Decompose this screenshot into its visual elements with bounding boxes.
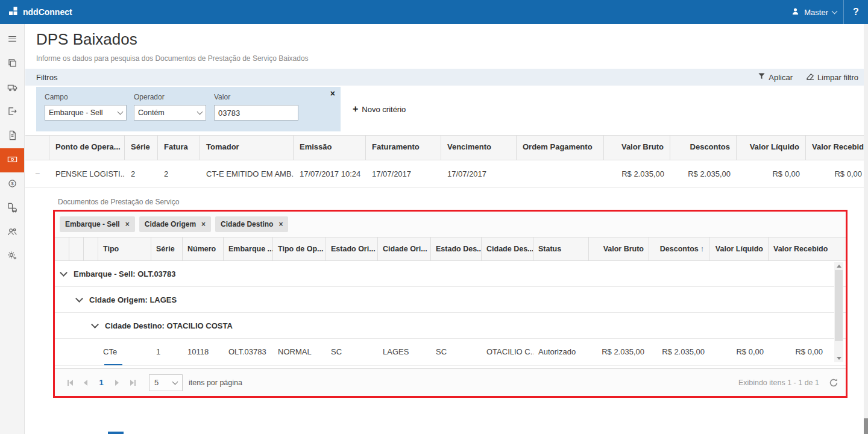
outer-pager-current-page-peek[interactable]	[108, 432, 124, 434]
remove-criterion-icon[interactable]: ×	[330, 89, 335, 98]
first-page-icon	[68, 380, 69, 386]
export-icon	[7, 105, 18, 119]
column-header[interactable]: Série	[151, 237, 183, 260]
next-page-button[interactable]	[109, 375, 125, 391]
refresh-button[interactable]	[829, 378, 838, 388]
sidebar-item-export[interactable]	[0, 100, 24, 124]
first-page-button[interactable]	[62, 375, 78, 391]
column-header[interactable]: Tipo de Op...	[273, 237, 326, 260]
apply-filter-button[interactable]: Aplicar	[758, 72, 793, 82]
group-row[interactable]: Cidade Origem: LAGES	[55, 287, 846, 313]
clear-filter-button[interactable]: Limpar filtro	[806, 72, 858, 82]
page-scrollbar-thumb[interactable]	[864, 418, 868, 434]
column-header[interactable]: Cidade Ori...	[378, 237, 431, 260]
column-header[interactable]: Vencimento	[441, 136, 517, 160]
collapse-row-icon[interactable]: −	[25, 160, 49, 187]
scrollbar-thumb[interactable]	[835, 270, 843, 341]
active-cell-indicator	[104, 364, 122, 365]
page-size-select[interactable]: 5	[149, 374, 183, 391]
column-header[interactable]: Valor Recebido	[769, 237, 828, 260]
cell-valor-liquido: R$ 0,00	[709, 339, 769, 365]
cell-numero: 10118	[183, 339, 224, 365]
dropdown-caret-icon	[118, 109, 124, 115]
help-button[interactable]: ?	[843, 0, 868, 24]
cell-status: Autorizado	[533, 339, 589, 365]
brand[interactable]: nddConnect	[0, 6, 72, 19]
remove-group-icon[interactable]: ×	[201, 220, 206, 228]
column-header[interactable]: Valor Recebido	[806, 136, 868, 160]
sidebar-item-settings[interactable]	[0, 245, 24, 269]
main-content: DPS Baixados Informe os dados para pesqu…	[25, 24, 868, 434]
top-bar: nddConnect Master ?	[0, 0, 868, 24]
prev-page-button[interactable]	[78, 375, 93, 391]
user-menu[interactable]: Master	[791, 0, 837, 24]
group-row[interactable]: Embarque - Sell: OLT.03783	[55, 261, 846, 287]
column-header[interactable]: Valor Líquido	[737, 136, 806, 160]
cell-tipo: CTe	[98, 339, 151, 365]
expand-column-header	[25, 136, 49, 160]
sidebar-item-freight-documents[interactable]	[0, 197, 24, 221]
column-header[interactable]: Emissão	[294, 136, 366, 160]
detail-table-header: Tipo Série Número Embarque ... Tipo de O…	[55, 237, 846, 261]
cell-tipo-operacao: NORMAL	[273, 339, 326, 365]
column-header[interactable]: Estado Des...	[431, 237, 482, 260]
group-row[interactable]: Cidade Destino: OTACILIO COSTA	[55, 313, 846, 339]
group-chip[interactable]: Embarque - Sell ×	[60, 216, 135, 232]
table-row[interactable]: CTe 1 10118 OLT.03783 NORMAL SC LAGES SC…	[55, 339, 846, 366]
column-header[interactable]: Série	[125, 136, 158, 160]
column-header[interactable]: Tipo	[98, 237, 151, 260]
sidebar-item-documents-copy[interactable]	[0, 52, 24, 76]
cell-estado-destino: SC	[431, 339, 482, 365]
column-header[interactable]: Ponto de Opera...	[49, 136, 125, 160]
sidebar-item-users[interactable]	[0, 221, 24, 245]
page-scrollbar[interactable]	[864, 24, 868, 434]
prev-page-icon	[84, 380, 87, 386]
column-header[interactable]: Número	[183, 237, 224, 260]
gears-icon	[7, 250, 18, 264]
group-chip[interactable]: Cidade Destino ×	[215, 216, 288, 232]
sidebar-item-transport[interactable]	[0, 76, 24, 100]
detail-table-scrollbar[interactable]	[834, 262, 843, 362]
value-input[interactable]	[214, 105, 298, 121]
menu-icon	[7, 33, 18, 47]
next-page-icon	[115, 380, 119, 386]
detail-grid-annotated: Embarque - Sell × Cidade Origem × Cidade…	[53, 210, 848, 398]
column-header[interactable]: Faturamento	[366, 136, 441, 160]
column-header[interactable]: Status	[533, 237, 589, 260]
column-header[interactable]: Valor Líquido	[709, 237, 769, 260]
column-header[interactable]: Embarque ...	[224, 237, 273, 260]
column-header[interactable]: Cidade Des...	[482, 237, 533, 260]
column-header-sorted[interactable]: Descontos↑	[649, 237, 709, 260]
cell-valor-recebido: R$ 0,00	[769, 339, 828, 365]
column-header[interactable]: Valor Bruto	[589, 237, 649, 260]
group-chip[interactable]: Cidade Origem ×	[139, 216, 211, 232]
sidebar-item-money-refund[interactable]: $	[0, 172, 24, 197]
operator-select[interactable]: Contém	[134, 105, 206, 121]
sidebar-menu-toggle[interactable]	[0, 28, 24, 52]
field-select-value: Embarque - Sell	[49, 108, 103, 117]
remove-group-icon[interactable]: ×	[125, 220, 130, 228]
sidebar-item-documents[interactable]	[0, 124, 24, 148]
current-page-button[interactable]: 1	[93, 378, 109, 387]
column-header[interactable]: Fatura	[158, 136, 200, 160]
column-header[interactable]: Ordem Pagamento	[517, 136, 604, 160]
copy-icon	[7, 57, 18, 71]
column-header[interactable]: Valor Bruto	[604, 136, 670, 160]
chevron-down-icon[interactable]	[91, 321, 99, 329]
pager-summary: Exibindo itens 1 - 1 de 1	[738, 379, 819, 387]
chevron-down-icon[interactable]	[75, 295, 83, 303]
dropdown-caret-icon	[172, 379, 178, 385]
chevron-down-icon[interactable]	[60, 269, 68, 277]
scroll-down-icon[interactable]	[837, 357, 841, 360]
table-row[interactable]: − PENSKE LOGISTI... 2 2 CT-E EMITIDO EM …	[25, 160, 868, 188]
scroll-up-icon[interactable]	[837, 265, 841, 268]
remove-group-icon[interactable]: ×	[278, 220, 283, 228]
new-criterion-button[interactable]: + Novo critério	[353, 104, 406, 115]
last-page-button[interactable]	[125, 375, 140, 391]
column-header[interactable]: Descontos	[670, 136, 737, 160]
sidebar-item-dps-baixados[interactable]	[0, 148, 24, 172]
column-header[interactable]: Estado Ori...	[326, 237, 378, 260]
column-header[interactable]: Tomador	[200, 136, 294, 160]
group-column-header	[69, 237, 84, 260]
field-select[interactable]: Embarque - Sell	[45, 105, 127, 121]
